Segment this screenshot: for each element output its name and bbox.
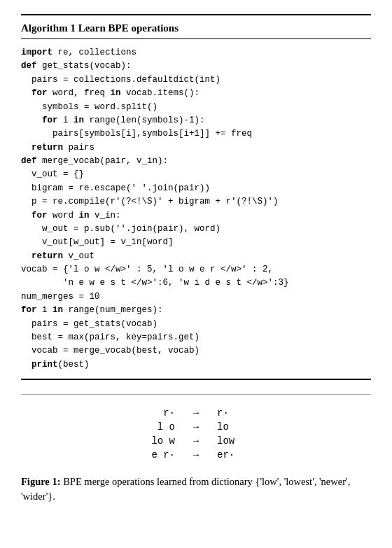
code-line: print(best) — [21, 358, 371, 372]
code-line: v_out = {} — [21, 168, 371, 181]
code-line: def merge_vocab(pair, v_in): — [21, 155, 371, 168]
code-line: 'n e w e s t </w>':6, 'w i d e s t </w>'… — [21, 276, 371, 290]
transform-row: lo w → low — [133, 435, 259, 447]
transform-row: r· → r· — [133, 407, 259, 419]
transform-left: r· — [133, 407, 175, 419]
section-divider — [21, 394, 371, 395]
code-line: vocab = {'l o w </w>' : 5, 'l o w e r </… — [21, 263, 371, 276]
code-line: for word, freq in vocab.items(): — [21, 87, 371, 100]
algorithm-label: Algorithm 1 — [21, 22, 76, 34]
code-line: num_merges = 10 — [21, 290, 371, 304]
code-line: p = re.compile(r'(?<!\S)' + bigram + r'(… — [21, 195, 371, 209]
transform-table: r· → r· l o → lo lo w → low e r· → er· — [21, 407, 371, 461]
figure-text: BPE merge operations learned from dictio… — [21, 476, 350, 502]
transform-right: low — [217, 435, 259, 447]
transform-left: e r· — [133, 449, 175, 461]
code-line: w_out = p.sub(''.join(pair), word) — [21, 223, 371, 236]
code-block: import re, collectionsdef get_stats(voca… — [21, 46, 371, 372]
code-line: import re, collections — [21, 46, 371, 59]
transform-arrow: → — [182, 435, 210, 447]
code-line: best = max(pairs, key=pairs.get) — [21, 331, 371, 344]
code-line: for i in range(num_merges): — [21, 304, 371, 317]
code-line: for word in v_in: — [21, 209, 371, 223]
transform-arrow: → — [182, 407, 210, 419]
transform-left: l o — [133, 421, 175, 433]
transform-right: er· — [217, 449, 259, 461]
code-line: symbols = word.split() — [21, 101, 371, 114]
transform-row: l o → lo — [133, 421, 259, 433]
figure-label: Figure 1: — [21, 476, 61, 487]
code-line: v_out[w_out] = v_in[word] — [21, 236, 371, 249]
code-line: pairs[symbols[i],symbols[i+1]] += freq — [21, 127, 371, 141]
transform-row: e r· → er· — [133, 449, 259, 461]
transform-right: r· — [217, 407, 259, 419]
algorithm-title-text: Learn BPE operations — [76, 22, 178, 34]
transform-right: lo — [217, 421, 259, 433]
code-line: return pairs — [21, 141, 371, 155]
algorithm-title: Algorithm 1 Learn BPE operations — [21, 22, 371, 39]
code-line: return v_out — [21, 250, 371, 263]
transform-arrow: → — [182, 421, 210, 433]
transform-arrow: → — [182, 449, 210, 461]
figure-caption: Figure 1: BPE merge operations learned f… — [21, 475, 371, 504]
code-line: def get_stats(vocab): — [21, 59, 371, 73]
code-line: bigram = re.escape(' '.join(pair)) — [21, 182, 371, 195]
code-line: pairs = collections.defaultdict(int) — [21, 73, 371, 87]
code-line: vocab = merge_vocab(best, vocab) — [21, 344, 371, 358]
code-line: for i in range(len(symbols)-1): — [21, 114, 371, 127]
code-line: pairs = get_stats(vocab) — [21, 318, 371, 331]
transform-left: lo w — [133, 435, 175, 447]
algorithm-box: Algorithm 1 Learn BPE operations import … — [21, 14, 371, 380]
